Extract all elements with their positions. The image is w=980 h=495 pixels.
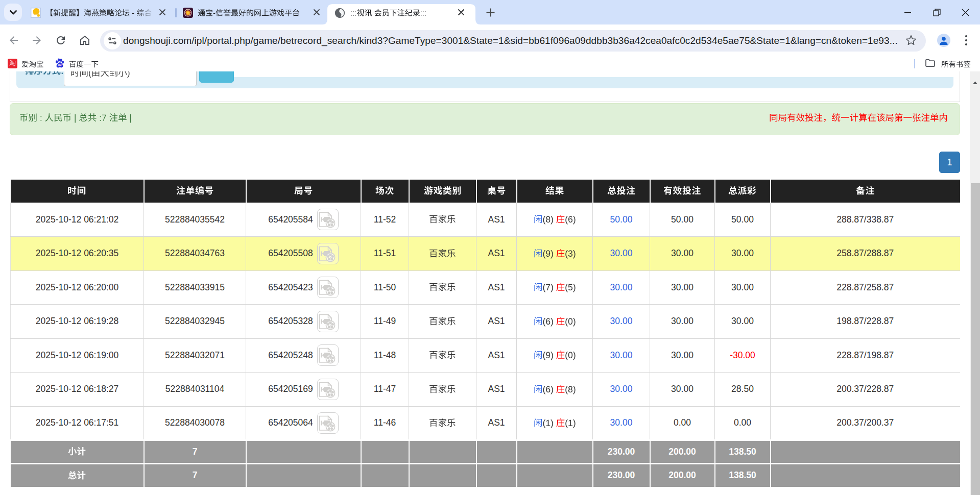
svg-text:du: du [58,63,62,66]
